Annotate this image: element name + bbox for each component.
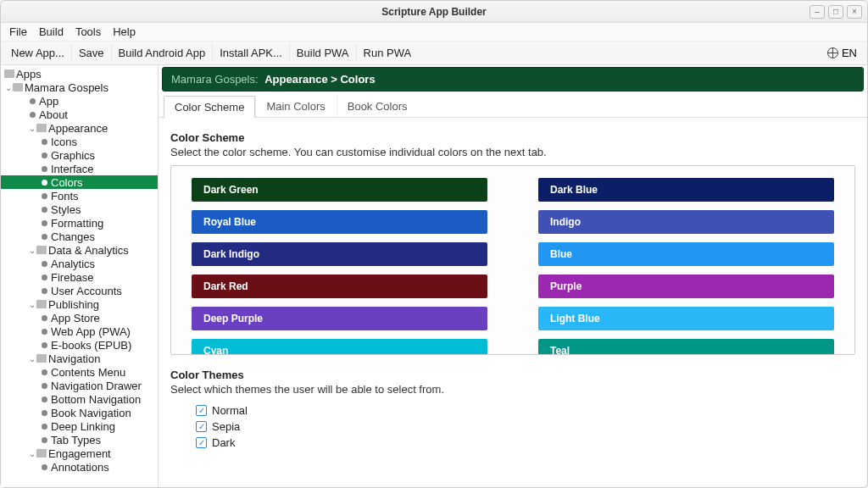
folder-icon <box>36 246 47 254</box>
chevron-down-icon: ⌄ <box>28 354 36 363</box>
toolbar-run-pwa[interactable]: Run PWA <box>357 44 419 62</box>
tree-item-graphics[interactable]: Graphics <box>1 148 158 162</box>
color-scheme-purple[interactable]: Purple <box>538 274 834 298</box>
tree-root-apps[interactable]: Apps <box>1 67 158 80</box>
bullet-icon <box>42 329 47 335</box>
bullet-icon <box>42 261 47 267</box>
bullet-icon <box>42 274 47 280</box>
tree-item-navigation-drawer[interactable]: Navigation Drawer <box>1 379 158 392</box>
tree-item-appearance[interactable]: ⌄Appearance <box>1 121 158 135</box>
tree-item-publishing[interactable]: ⌄Publishing <box>1 297 158 311</box>
tree-app[interactable]: ⌄Mamara Gospels <box>1 80 158 94</box>
tree-item-engagement[interactable]: ⌄Engagement <box>1 446 158 460</box>
chevron-down-icon: ⌄ <box>28 300 36 309</box>
tabs: Color SchemeMain ColorsBook Colors <box>159 92 867 118</box>
folder-icon <box>13 83 23 92</box>
folder-icon <box>4 69 14 78</box>
color-themes-title: Color Themes <box>170 369 855 381</box>
theme-option-normal[interactable]: ✓Normal <box>170 402 855 419</box>
tree-item-styles[interactable]: Styles <box>1 202 158 216</box>
color-scheme-dark-red[interactable]: Dark Red <box>192 274 487 298</box>
bullet-icon <box>30 112 36 118</box>
toolbar: New App...SaveBuild Android AppInstall A… <box>1 42 867 65</box>
color-scheme-dark-green[interactable]: Dark Green <box>192 178 487 202</box>
bullet-icon <box>42 464 47 470</box>
toolbar-save[interactable]: Save <box>72 44 112 62</box>
tree-item-user-accounts[interactable]: User Accounts <box>1 284 158 297</box>
tree-item-icons[interactable]: Icons <box>1 135 158 148</box>
project-tree: Apps⌄Mamara GospelsAppAbout⌄AppearanceIc… <box>1 65 158 475</box>
chevron-down-icon: ⌄ <box>28 449 36 458</box>
tree-item-app-store[interactable]: App Store <box>1 311 158 324</box>
menu-build[interactable]: Build <box>39 25 64 38</box>
menu-file[interactable]: File <box>9 25 27 38</box>
chevron-down-icon: ⌄ <box>28 124 36 133</box>
color-scheme-cyan[interactable]: Cyan <box>192 339 487 355</box>
tree-item-book-navigation[interactable]: Book Navigation <box>1 406 158 419</box>
bullet-icon <box>42 234 47 240</box>
tree-item-colors[interactable]: Colors <box>1 175 158 189</box>
close-button[interactable]: × <box>847 5 862 19</box>
color-scheme-blue[interactable]: Blue <box>538 242 834 266</box>
tree-item-navigation[interactable]: ⌄Navigation <box>1 352 158 365</box>
theme-option-sepia[interactable]: ✓Sepia <box>170 419 855 435</box>
tree-item-web-app-pwa-[interactable]: Web App (PWA) <box>1 324 158 338</box>
language-label: EN <box>842 47 857 59</box>
folder-icon <box>36 449 47 458</box>
tree-item-tab-types[interactable]: Tab Types <box>1 433 158 446</box>
color-scheme-teal[interactable]: Teal <box>538 339 834 355</box>
tab-main-colors[interactable]: Main Colors <box>255 95 336 117</box>
toolbar-build-android-app[interactable]: Build Android App <box>112 44 214 62</box>
bullet-icon <box>42 193 47 199</box>
language-switcher[interactable]: EN <box>821 44 864 62</box>
bullet-icon <box>42 220 47 226</box>
menubar: FileBuildToolsHelp <box>1 23 867 42</box>
color-scheme-royal-blue[interactable]: Royal Blue <box>192 210 487 234</box>
tree-item-firebase[interactable]: Firebase <box>1 270 158 284</box>
checkbox-icon: ✓ <box>196 421 207 432</box>
tree-item-data-analytics[interactable]: ⌄Data & Analytics <box>1 243 158 257</box>
tree-item-e-books-epub-[interactable]: E-books (EPUB) <box>1 338 158 352</box>
tree-item-contents-menu[interactable]: Contents Menu <box>1 365 158 379</box>
tree-item-fonts[interactable]: Fonts <box>1 189 158 202</box>
toolbar-new-app-[interactable]: New App... <box>4 44 72 62</box>
minimize-button[interactable]: – <box>810 5 825 19</box>
tree-item-changes[interactable]: Changes <box>1 230 158 243</box>
color-scheme-deep-purple[interactable]: Deep Purple <box>192 307 487 330</box>
titlebar: Scripture App Builder – □ × <box>1 1 867 23</box>
tab-book-colors[interactable]: Book Colors <box>337 95 419 117</box>
menu-help[interactable]: Help <box>113 25 136 38</box>
sidebar: Apps⌄Mamara GospelsAppAbout⌄AppearanceIc… <box>1 65 159 487</box>
checkbox-icon: ✓ <box>196 437 207 448</box>
bullet-icon <box>42 180 47 186</box>
color-scheme-light-blue[interactable]: Light Blue <box>538 307 834 330</box>
tree-item-analytics[interactable]: Analytics <box>1 257 158 270</box>
toolbar-build-pwa[interactable]: Build PWA <box>290 44 357 62</box>
toolbar-install-apk-[interactable]: Install APK... <box>213 44 290 62</box>
bullet-icon <box>42 383 47 389</box>
tab-color-scheme[interactable]: Color Scheme <box>164 96 255 118</box>
tree-item-bottom-navigation[interactable]: Bottom Navigation <box>1 392 158 406</box>
maximize-button[interactable]: □ <box>828 5 843 19</box>
bullet-icon <box>42 315 47 321</box>
tree-item-deep-linking[interactable]: Deep Linking <box>1 419 158 433</box>
color-scheme-grid: Dark GreenDark BlueRoyal BlueIndigoDark … <box>170 165 855 355</box>
tree-item-app[interactable]: App <box>1 94 158 108</box>
tree-item-about[interactable]: About <box>1 108 158 121</box>
menu-tools[interactable]: Tools <box>75 25 101 38</box>
tree-item-interface[interactable]: Interface <box>1 162 158 175</box>
color-themes-desc: Select which themes the user will be abl… <box>170 383 855 396</box>
chevron-down-icon: ⌄ <box>28 246 36 255</box>
color-scheme-dark-indigo[interactable]: Dark Indigo <box>192 242 487 266</box>
globe-icon <box>827 47 838 58</box>
color-scheme-indigo[interactable]: Indigo <box>538 210 834 234</box>
tree-item-annotations[interactable]: Annotations <box>1 460 158 474</box>
bullet-icon <box>42 207 47 213</box>
breadcrumb-app: Mamara Gospels: <box>171 73 259 86</box>
theme-option-dark[interactable]: ✓Dark <box>170 435 855 451</box>
color-scheme-desc: Select the color scheme. You can customi… <box>170 146 855 158</box>
folder-icon <box>36 354 47 363</box>
color-scheme-dark-blue[interactable]: Dark Blue <box>538 178 834 202</box>
tree-item-formatting[interactable]: Formatting <box>1 216 158 230</box>
breadcrumb-path: Appearance > Colors <box>264 73 375 86</box>
